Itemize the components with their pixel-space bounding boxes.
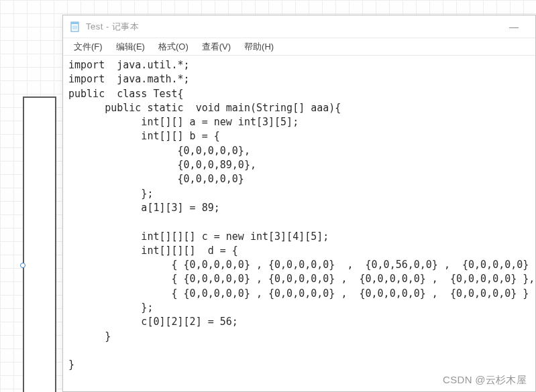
menu-help[interactable]: 帮助(H): [237, 40, 280, 54]
svg-rect-1: [71, 22, 78, 24]
menu-file[interactable]: 文件(F): [67, 40, 109, 54]
minimize-button[interactable]: —: [499, 17, 529, 37]
notepad-icon: [70, 21, 81, 32]
diagram-rectangle-shape[interactable]: [23, 96, 56, 392]
menubar: 文件(F) 编辑(E) 格式(O) 查看(V) 帮助(H): [63, 38, 535, 56]
text-editor-area[interactable]: import java.util.*; import java.math.*; …: [63, 56, 535, 391]
menu-format[interactable]: 格式(O): [152, 40, 195, 54]
titlebar[interactable]: Test - 记事本 —: [63, 15, 535, 38]
menu-edit[interactable]: 编辑(E): [109, 40, 152, 54]
menu-view[interactable]: 查看(V): [195, 40, 237, 54]
window-title: Test - 记事本: [86, 21, 499, 33]
watermark-text: CSDN @云杉木屋: [443, 374, 527, 387]
window-controls: —: [499, 17, 529, 37]
diagram-resize-handle[interactable]: [20, 263, 25, 268]
notepad-window: Test - 记事本 — 文件(F) 编辑(E) 格式(O) 查看(V) 帮助(…: [62, 15, 536, 392]
